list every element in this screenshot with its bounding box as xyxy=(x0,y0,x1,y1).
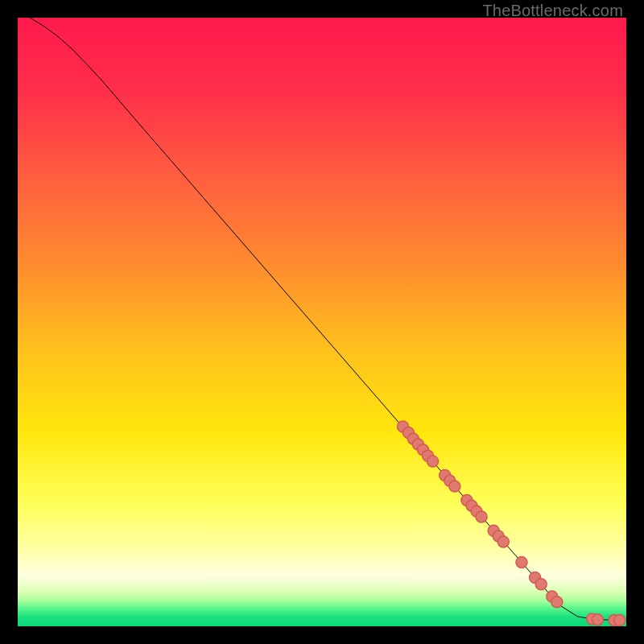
gradient-background xyxy=(18,18,626,626)
chart-frame xyxy=(18,18,626,626)
marker-point xyxy=(497,536,509,547)
marker-point xyxy=(516,557,527,568)
marker-point xyxy=(476,511,487,522)
marker-point xyxy=(551,597,563,608)
marker-point xyxy=(427,456,439,467)
bottleneck-curve-plot xyxy=(18,18,626,626)
marker-point xyxy=(535,579,547,590)
marker-point xyxy=(614,614,625,625)
marker-point xyxy=(592,614,603,625)
marker-point xyxy=(449,481,460,492)
attribution-text: TheBottleneck.com xyxy=(482,2,623,20)
